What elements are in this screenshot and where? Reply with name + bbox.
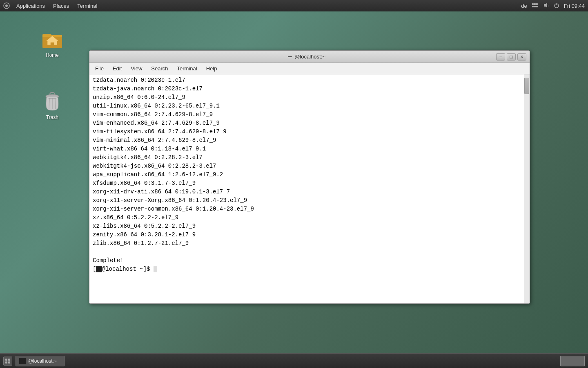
menu-help[interactable]: Help [202, 64, 221, 73]
maximize-button[interactable]: □ [507, 53, 516, 61]
svg-marker-8 [544, 3, 547, 8]
home-folder-icon[interactable]: Home [36, 28, 69, 58]
close-button[interactable]: × [517, 53, 526, 61]
scrollbar-thumb[interactable] [524, 78, 529, 94]
svg-line-17 [49, 98, 49, 109]
topbar: Applications Places Terminal de ) [0, 0, 588, 11]
taskbar-app-icon [19, 358, 26, 364]
window-switcher[interactable] [3, 357, 12, 366]
places-menu[interactable]: Places [50, 2, 72, 10]
menu-view[interactable]: View [127, 64, 146, 73]
terminal-prompt: [ @localhost ~]$ [93, 265, 526, 274]
trash-icon[interactable]: Trash [36, 90, 69, 120]
svg-rect-7 [536, 6, 538, 7]
taskbar-end-box[interactable] [560, 356, 585, 366]
minimize-button[interactable]: − [496, 53, 505, 61]
topbar-right: de ) Fri 09:44 [521, 2, 585, 10]
terminal-cursor [154, 266, 157, 272]
svg-line-19 [55, 98, 56, 109]
network-icon [531, 2, 539, 10]
menu-edit[interactable]: Edit [109, 64, 126, 73]
taskbar-app-label: @localhost:~ [28, 358, 57, 364]
trash-label: Trash [46, 114, 58, 120]
svg-rect-4 [536, 3, 538, 5]
home-folder-image [41, 28, 64, 51]
prompt-user [96, 266, 102, 272]
terminal-body[interactable]: tzdata.noarch 0:2023c-1.el7 tzdata-java.… [89, 74, 530, 303]
terminal-output: tzdata.noarch 0:2023c-1.el7 tzdata-java.… [93, 76, 526, 265]
svg-rect-2 [532, 3, 534, 5]
terminal-title-user [288, 56, 292, 57]
audio-icon: ) [543, 2, 549, 10]
svg-point-1 [5, 4, 8, 7]
power-icon [553, 2, 560, 10]
terminal-title-host: @localhost:~ [294, 54, 325, 60]
menu-terminal[interactable]: Terminal [173, 64, 201, 73]
clock: Fri 09:44 [564, 3, 585, 9]
menu-search[interactable]: Search [147, 64, 172, 73]
home-folder-label: Home [46, 52, 59, 58]
terminal-titlebar: @localhost:~ − □ × [89, 51, 530, 63]
taskbar: @localhost:~ [0, 353, 588, 368]
terminal-window: @localhost:~ − □ × File Edit View Search… [89, 50, 530, 304]
svg-text:): ) [548, 4, 548, 7]
svg-rect-6 [534, 6, 536, 7]
locale-indicator: de [521, 3, 527, 9]
trash-image [41, 90, 64, 113]
titlebar-buttons: − □ × [496, 53, 526, 61]
terminal-menubar: File Edit View Search Terminal Help [89, 63, 530, 74]
svg-rect-3 [534, 3, 536, 5]
terminal-title: @localhost:~ [117, 54, 496, 60]
menu-file[interactable]: File [91, 64, 108, 73]
terminal-menu[interactable]: Terminal [74, 2, 100, 10]
svg-rect-15 [51, 43, 54, 45]
terminal-scrollbar[interactable] [524, 74, 530, 303]
svg-rect-21 [5, 359, 7, 361]
topbar-left: Applications Places Terminal [3, 2, 100, 10]
svg-rect-5 [532, 6, 534, 7]
taskbar-terminal-app[interactable]: @localhost:~ [16, 356, 65, 366]
applications-menu[interactable]: Applications [13, 2, 48, 10]
svg-rect-22 [8, 359, 10, 361]
svg-rect-23 [5, 361, 7, 364]
taskbar-right [560, 356, 585, 366]
svg-rect-24 [8, 361, 10, 364]
apps-icon [3, 2, 10, 9]
